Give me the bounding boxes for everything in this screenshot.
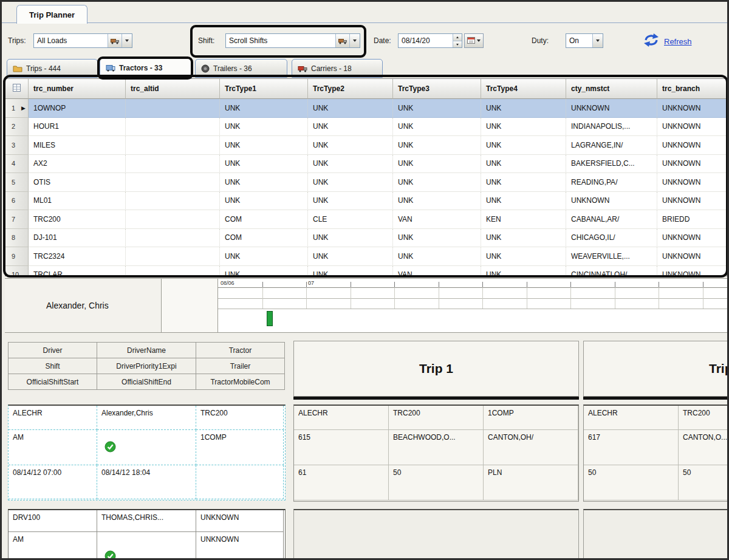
grid-cell[interactable]: LAGRANGE,IN/ xyxy=(566,136,657,155)
grid-cell[interactable]: BRIEDD xyxy=(657,210,727,229)
grid-cell[interactable]: UNKNOWN xyxy=(657,192,727,211)
gantt-shift-bar[interactable] xyxy=(267,311,273,326)
grid-cell[interactable]: UNK xyxy=(220,118,308,137)
column-header-trc-number[interactable]: trc_number xyxy=(29,79,126,99)
grid-cell[interactable]: UNK xyxy=(220,266,308,277)
grid-cell[interactable]: UNK xyxy=(220,192,308,211)
timeline-grid[interactable]: 08/0607 xyxy=(218,279,727,332)
column-header-trctype4[interactable]: TrcType4 xyxy=(481,79,566,99)
driver-priority-cell[interactable] xyxy=(97,430,196,465)
spin-up-icon[interactable] xyxy=(453,34,462,41)
grid-cell[interactable]: UNKNOWN xyxy=(657,266,727,277)
grid-cell[interactable]: VAN xyxy=(393,266,481,277)
grid-cell[interactable]: UNK xyxy=(481,192,566,211)
grid-row[interactable]: 8DJ-101COMUNKUNKUNKCHICAGO,IL/UNKNOWN xyxy=(5,229,727,248)
trip-cell[interactable]: CANTON,O... xyxy=(679,430,729,465)
column-header-trc-altid[interactable]: trc_altid xyxy=(126,79,220,99)
shift-truck-filter-icon[interactable] xyxy=(335,34,349,47)
grid-cell[interactable]: CINCINNATI,OH/ xyxy=(566,266,657,277)
grid-cell[interactable]: CABANAL,AR/ xyxy=(566,210,657,229)
trip-cell[interactable]: 50 xyxy=(389,465,484,500)
driver-shift-start[interactable]: 08/14/12 07:00 xyxy=(9,465,97,499)
row-header[interactable]: 6 xyxy=(5,192,29,211)
grid-row[interactable]: 6ML01UNKUNKUNKUNKUNKNOWNUNKNOWN xyxy=(5,192,727,211)
column-header-cty-nmstct[interactable]: cty_nmstct xyxy=(566,79,657,99)
tab-tractors[interactable]: Tractors - 33 xyxy=(100,58,192,78)
driver-id[interactable]: DRV100 xyxy=(9,510,97,532)
grid-cell[interactable]: INDIANAPOLIS,... xyxy=(566,118,657,137)
date-spinner[interactable] xyxy=(453,34,462,47)
trip1-empty-slot[interactable] xyxy=(293,509,579,560)
grid-cell[interactable]: UNK xyxy=(481,173,566,192)
grid-cell[interactable]: UNKNOWN xyxy=(566,99,657,118)
column-header-trctype1[interactable]: TrcType1 xyxy=(220,79,308,99)
trips-dropdown-arrow-icon[interactable] xyxy=(122,34,132,47)
grid-cell[interactable]: UNK xyxy=(393,155,481,174)
tab-trip-planner[interactable]: Trip Planner xyxy=(16,5,87,24)
grid-cell[interactable] xyxy=(126,192,220,211)
row-header[interactable]: 4 xyxy=(5,155,29,174)
trip-cell[interactable]: 61 xyxy=(294,465,389,500)
date-input[interactable]: 08/14/20 xyxy=(398,33,462,48)
grid-cell[interactable]: UNK xyxy=(393,118,481,137)
grid-cell[interactable]: HOUR1 xyxy=(29,118,126,137)
trip-cell[interactable]: ALECHR xyxy=(584,406,679,430)
grid-cell[interactable]: UNK xyxy=(308,118,393,137)
grid-cell[interactable]: MILES xyxy=(29,136,126,155)
row-header[interactable]: 9 xyxy=(5,247,29,266)
column-header-trctype3[interactable]: TrcType3 xyxy=(393,79,481,99)
trip-cell[interactable]: 617 xyxy=(584,430,679,465)
trip2-empty-slot[interactable] xyxy=(583,509,729,560)
driver-mobile-com[interactable] xyxy=(196,465,284,499)
grid-row[interactable]: 4AX2UNKUNKUNKUNKBAKERSFIELD,C...UNKNOWN xyxy=(5,155,727,174)
grid-cell[interactable]: UNK xyxy=(481,229,566,248)
column-header-trc-branch[interactable]: trc_branch xyxy=(657,79,727,99)
grid-cell[interactable]: READING,PA/ xyxy=(566,173,657,192)
grid-cell[interactable]: VAN xyxy=(393,210,481,229)
grid-cell[interactable]: WEAVERVILLE,... xyxy=(566,247,657,266)
grid-cell[interactable]: UNK xyxy=(393,136,481,155)
grid-cell[interactable] xyxy=(126,266,220,277)
driver-name[interactable]: THOMAS,CHRIS... xyxy=(97,510,196,532)
grid-cell[interactable]: UNK xyxy=(393,229,481,248)
spin-down-icon[interactable] xyxy=(453,41,462,47)
grid-cell[interactable]: TRC2324 xyxy=(29,247,126,266)
grid-cell[interactable] xyxy=(126,247,220,266)
trip-cell[interactable]: 50 xyxy=(584,465,679,500)
driver-shift[interactable]: AM xyxy=(9,532,97,560)
grid-cell[interactable]: UNKNOWN xyxy=(657,229,727,248)
grid-cell[interactable]: UNK xyxy=(308,247,393,266)
grid-cell[interactable]: UNKNOWN xyxy=(657,99,727,118)
row-header[interactable]: 2 xyxy=(5,118,29,137)
grid-cell[interactable]: UNK xyxy=(220,173,308,192)
driver-priority-cell[interactable] xyxy=(97,532,196,560)
trip1-card[interactable]: ALECHR TRC200 1COMP 615 BEACHWOOD,O... C… xyxy=(293,405,579,502)
grid-row[interactable]: 2HOUR1UNKUNKUNKUNKINDIANAPOLIS,...UNKNOW… xyxy=(5,118,727,137)
grid-cell[interactable] xyxy=(126,155,220,174)
grid-cell[interactable]: UNK xyxy=(393,247,481,266)
grid-cell[interactable]: ML01 xyxy=(29,192,126,211)
grid-cell[interactable]: UNK xyxy=(481,266,566,277)
tab-trailers[interactable]: Trailers - 36 xyxy=(195,59,287,78)
grid-cell[interactable]: AX2 xyxy=(29,155,126,174)
grid-cell[interactable]: UNK xyxy=(220,155,308,174)
grid-cell[interactable]: OTIS xyxy=(29,173,126,192)
tab-trips[interactable]: Trips - 444 xyxy=(7,59,98,78)
grid-cell[interactable]: BAKERSFIELD,C... xyxy=(566,155,657,174)
trip-cell[interactable]: 615 xyxy=(294,430,389,465)
shift-combo[interactable]: Scroll Shifts xyxy=(225,33,360,48)
column-header-trctype2[interactable]: TrcType2 xyxy=(308,79,393,99)
grid-row[interactable]: 9TRC2324UNKUNKUNKUNKWEAVERVILLE,...UNKNO… xyxy=(5,247,727,266)
grid-cell[interactable]: UNK xyxy=(481,155,566,174)
driver-tractor[interactable]: UNKNOWN xyxy=(196,510,284,532)
trip-cell[interactable]: TRC200 xyxy=(389,406,484,430)
grid-cell[interactable]: UNK xyxy=(308,173,393,192)
grid-cell[interactable]: UNK xyxy=(220,136,308,155)
grid-cell[interactable]: UNK xyxy=(393,192,481,211)
grid-cell[interactable] xyxy=(126,118,220,137)
grid-cell[interactable]: UNK xyxy=(308,229,393,248)
grid-row[interactable]: 1▶1OWNOPUNKUNKUNKUNKUNKNOWNUNKNOWN xyxy=(5,99,727,118)
refresh-link[interactable]: Refresh xyxy=(664,37,692,46)
row-header[interactable]: 8 xyxy=(5,229,29,248)
grid-row[interactable]: 10TRCLARUNKUNKVANUNKCINCINNATI,OH/UNKNOW… xyxy=(5,266,727,277)
